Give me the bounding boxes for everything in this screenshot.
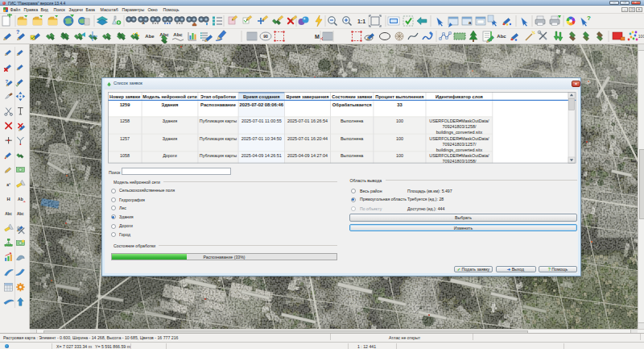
- svg-text:Публикация карты: Публикация карты: [200, 153, 237, 158]
- svg-text:100: 100: [396, 153, 403, 158]
- svg-text:Номер заявки: Номер заявки: [109, 94, 141, 99]
- svg-text:Abc: Abc: [5, 212, 12, 216]
- svg-text:1259: 1259: [120, 102, 131, 107]
- svg-text:100: 100: [396, 136, 403, 141]
- svg-text:2025-04-09 14:26:51: 2025-04-09 14:26:51: [242, 153, 282, 158]
- svg-text:USERFOLDER#MaskOutData/: USERFOLDER#MaskOutData/: [429, 153, 489, 158]
- svg-text:Время создания: Время создания: [243, 94, 279, 99]
- svg-text:?: ?: [587, 15, 591, 22]
- svg-text:Процент выполнения: Процент выполнения: [375, 94, 423, 99]
- svg-text:2025-04-09 14:27:04: 2025-04-09 14:27:04: [287, 153, 328, 158]
- svg-text:2025-07-02 08:06:46: 2025-07-02 08:06:46: [240, 102, 284, 107]
- svg-text:1058: 1058: [120, 153, 130, 158]
- svg-text:Здания: Здания: [163, 136, 177, 141]
- svg-text:Выполнена: Выполнена: [341, 136, 363, 141]
- svg-text:2025-07-01 16:26:54: 2025-07-01 16:26:54: [287, 118, 328, 123]
- svg-text:Выполнена: Выполнена: [341, 153, 363, 158]
- svg-text:1257: 1257: [120, 136, 130, 141]
- svg-text:2025-07-01 11:00:55: 2025-07-01 11:00:55: [242, 118, 282, 123]
- svg-text:buildings_converted.sitx: buildings_converted.sitx: [436, 147, 483, 152]
- svg-text:Обрабатывается: Обрабатывается: [332, 102, 372, 107]
- svg-text:Модель нейронной сети: Модель нейронной сети: [142, 94, 197, 99]
- svg-text:Публикация карты: Публикация карты: [200, 118, 237, 123]
- svg-text:Идентификатор слоя: Идентификатор слоя: [436, 94, 483, 99]
- svg-text:Распознавание: Распознавание: [200, 102, 237, 107]
- svg-text:Abe: Abe: [145, 34, 155, 39]
- svg-text:Abc: Abc: [173, 32, 183, 37]
- svg-text:Публикация карты: Публикация карты: [200, 136, 237, 141]
- svg-text:709241803/1258/: 709241803/1258/: [442, 124, 476, 129]
- svg-text:90: 90: [263, 34, 268, 39]
- svg-text:Abc: Abc: [497, 34, 506, 39]
- svg-text:H: H: [7, 197, 10, 202]
- svg-text:USERFOLDER#MaskOutData/: USERFOLDER#MaskOutData/: [429, 136, 489, 141]
- svg-text:?: ?: [16, 29, 19, 35]
- svg-text:a°: a°: [6, 183, 10, 187]
- svg-text:1258: 1258: [120, 118, 130, 123]
- svg-text:M: M: [315, 34, 320, 39]
- svg-text:Дороги: Дороги: [163, 153, 177, 158]
- svg-text:709241803/1257/: 709241803/1257/: [442, 142, 476, 147]
- svg-text:Время завершения: Время завершения: [286, 94, 328, 99]
- svg-text:33: 33: [397, 102, 402, 107]
- svg-text:Здания: Здания: [162, 102, 179, 107]
- svg-text:Ab: Ab: [18, 197, 23, 202]
- svg-text:Этап обработки: Этап обработки: [200, 94, 236, 99]
- svg-text:Здания: Здания: [163, 118, 177, 123]
- svg-text:1:1: 1:1: [357, 19, 365, 24]
- svg-text:buildings_converted.sitx: buildings_converted.sitx: [436, 130, 483, 135]
- svg-text:100: 100: [396, 118, 403, 123]
- svg-text:Выполнена: Выполнена: [341, 118, 363, 123]
- svg-text:Состояние заявки: Состояние заявки: [332, 94, 373, 99]
- svg-text:100: 100: [638, 34, 644, 39]
- svg-text:USERFOLDER#MaskOutData/: USERFOLDER#MaskOutData/: [429, 118, 489, 123]
- svg-text:2025-07-01 16:20:44: 2025-07-01 16:20:44: [287, 136, 328, 141]
- svg-text:Abc: Abc: [17, 212, 24, 216]
- svg-text:2025-07-01 10:34:50: 2025-07-01 10:34:50: [242, 136, 282, 141]
